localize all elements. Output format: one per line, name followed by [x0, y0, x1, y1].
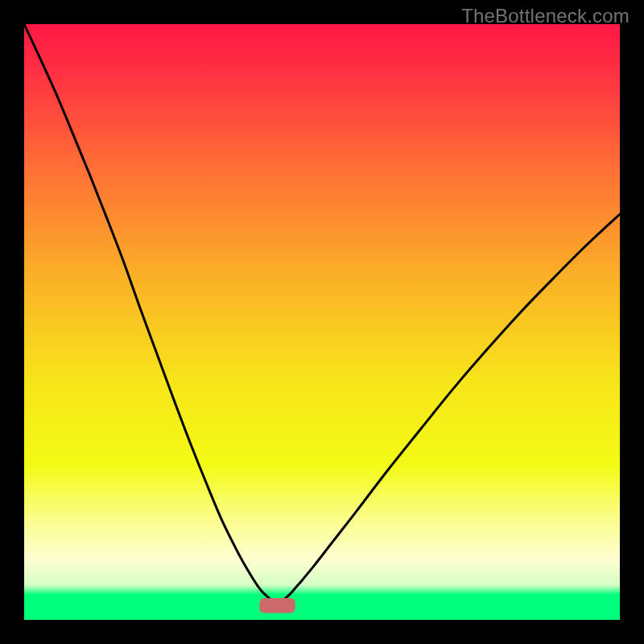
gradient-background — [24, 24, 620, 620]
site-watermark: TheBottleneck.com — [461, 5, 630, 27]
bottleneck-chart — [24, 24, 620, 620]
optimal-point-marker — [259, 598, 295, 613]
chart-frame: TheBottleneck.com — [0, 0, 644, 644]
